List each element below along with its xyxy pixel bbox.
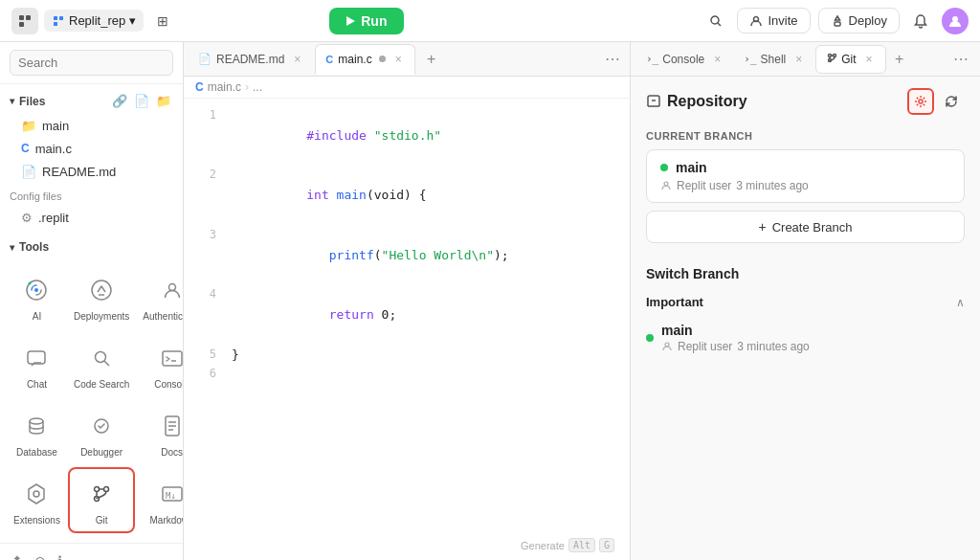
tool-code-search-label: Code Search bbox=[74, 379, 129, 390]
avatar[interactable] bbox=[942, 8, 969, 34]
files-section-label: Files bbox=[19, 95, 45, 108]
search-topbar-button[interactable] bbox=[702, 8, 729, 34]
deploy-label: Deploy bbox=[849, 13, 887, 28]
files-section-header[interactable]: ▾ Files 🔗 📄 📁 bbox=[0, 84, 183, 114]
repository-actions bbox=[907, 88, 965, 115]
shell-tab-icon: ›_ bbox=[744, 53, 756, 65]
database-icon bbox=[19, 409, 54, 443]
switch-branch-item-main: main Replit user 3 minutes ago bbox=[646, 315, 965, 361]
shell-tab-close[interactable]: × bbox=[792, 52, 805, 67]
switch-branch-section: Switch Branch Important ∧ main bbox=[631, 258, 980, 369]
folder-icon: 📁 bbox=[21, 119, 36, 133]
branch-meta: Replit user 3 minutes ago bbox=[660, 179, 950, 192]
tool-database[interactable]: Database bbox=[8, 399, 66, 465]
svg-line-18 bbox=[104, 361, 109, 366]
collapse-icon[interactable]: ⬍ bbox=[8, 549, 27, 560]
svg-point-6 bbox=[711, 16, 719, 24]
tool-git[interactable]: Git bbox=[68, 467, 135, 533]
link-icon[interactable]: 🔗 bbox=[110, 92, 129, 110]
console-tab-close[interactable]: × bbox=[711, 52, 724, 67]
project-selector[interactable]: Replit_rep ▾ bbox=[44, 10, 144, 32]
tool-extensions-label: Extensions bbox=[13, 515, 60, 526]
tool-authentication[interactable]: Authenticati... bbox=[137, 263, 184, 329]
tool-code-search[interactable]: Code Search bbox=[68, 331, 135, 397]
mainc-tab-modified bbox=[379, 56, 386, 62]
mainc-tab-close[interactable]: × bbox=[392, 52, 405, 67]
tab-console[interactable]: ›_ Console × bbox=[636, 45, 733, 74]
file-item-mainc[interactable]: C main.c ⋯ bbox=[4, 137, 179, 160]
run-button[interactable]: Run bbox=[329, 8, 404, 34]
breadcrumb-file[interactable]: main.c bbox=[208, 80, 241, 94]
tool-console[interactable]: Console bbox=[137, 331, 184, 397]
info-icon[interactable]: ℹ bbox=[54, 549, 66, 560]
tools-grid: AI Deployments bbox=[0, 258, 183, 539]
tool-chat[interactable]: Chat bbox=[8, 331, 66, 397]
important-label: Important bbox=[646, 295, 703, 309]
tool-database-label: Database bbox=[16, 447, 57, 458]
svg-point-14 bbox=[92, 280, 111, 300]
tool-deployments[interactable]: Deployments bbox=[68, 263, 135, 329]
topbar-right: Invite Deploy bbox=[702, 8, 969, 34]
tool-debugger-label: Debugger bbox=[80, 447, 122, 458]
important-section-header[interactable]: Important ∧ bbox=[646, 289, 965, 315]
editor-breadcrumb: C main.c › ... bbox=[184, 77, 630, 99]
history-icon[interactable]: ⊙ bbox=[31, 549, 50, 560]
svg-rect-3 bbox=[54, 16, 57, 20]
new-folder-icon[interactable]: 📁 bbox=[154, 92, 173, 110]
search-input[interactable] bbox=[10, 50, 173, 76]
generate-hint: Generate Alt G bbox=[521, 538, 614, 552]
tab-mainc[interactable]: C main.c × bbox=[315, 44, 414, 75]
tool-ai[interactable]: AI bbox=[8, 263, 66, 329]
mainc-tab-label: main.c bbox=[338, 53, 371, 66]
settings-button[interactable] bbox=[907, 88, 934, 115]
c-file-icon: C bbox=[21, 142, 30, 155]
file-item-readme[interactable]: 📄 README.md ⋯ bbox=[4, 160, 179, 183]
editor-tabs-more[interactable]: ⋯ bbox=[599, 50, 626, 68]
tool-debugger[interactable]: Debugger bbox=[68, 399, 135, 465]
tool-ai-label: AI bbox=[33, 311, 41, 322]
svg-point-38 bbox=[665, 343, 669, 347]
code-line-4: 4 return 0; bbox=[184, 285, 630, 345]
c-tab-icon: C bbox=[325, 54, 333, 65]
tool-docs[interactable]: Docs bbox=[137, 399, 184, 465]
chat-icon bbox=[19, 341, 54, 375]
console-icon bbox=[155, 341, 184, 375]
tool-chat-label: Chat bbox=[27, 379, 47, 390]
sidebar-bottom-expand: ⬍ ⊙ ℹ bbox=[8, 549, 66, 560]
tools-section-header[interactable]: ▾ Tools bbox=[0, 233, 183, 258]
authentication-icon bbox=[155, 273, 184, 307]
readme-tab-close[interactable]: × bbox=[291, 52, 303, 67]
tool-markdown[interactable]: M↓ Markdown bbox=[137, 467, 184, 533]
svg-point-17 bbox=[96, 352, 106, 363]
code-line-2: 2 int main(void) { bbox=[184, 166, 630, 225]
git-tab-icon bbox=[826, 52, 837, 66]
tab-readme[interactable]: 📄 README.md × bbox=[188, 44, 314, 75]
create-branch-button[interactable]: + Create Branch bbox=[646, 211, 965, 243]
chevron-down-icon: ▾ bbox=[10, 242, 14, 253]
code-editor[interactable]: 1 #include "stdio.h" 2 int main(void) { … bbox=[184, 99, 630, 560]
project-more-button[interactable]: ⊞ bbox=[149, 8, 176, 34]
notification-button[interactable] bbox=[907, 8, 934, 34]
deploy-button[interactable]: Deploy bbox=[818, 8, 900, 34]
tool-extensions[interactable]: Extensions bbox=[8, 467, 66, 533]
git-tab-label: Git bbox=[841, 53, 856, 66]
code-search-icon bbox=[84, 341, 119, 375]
code-line-1: 1 #include "stdio.h" bbox=[184, 106, 630, 166]
panel-tabs-more[interactable]: ⋯ bbox=[947, 50, 974, 68]
new-file-icon[interactable]: 📄 bbox=[132, 92, 151, 110]
add-tab-button[interactable]: + bbox=[418, 46, 445, 73]
tab-git[interactable]: Git × bbox=[815, 45, 885, 74]
svg-text:M↓: M↓ bbox=[166, 491, 176, 501]
app-logo[interactable] bbox=[11, 8, 38, 34]
invite-button[interactable]: Invite bbox=[737, 8, 810, 34]
switch-branch-label: Switch Branch bbox=[646, 266, 965, 281]
debugger-icon bbox=[84, 409, 119, 443]
git-icon bbox=[84, 477, 119, 511]
file-item-main[interactable]: 📁 main ⋯ bbox=[4, 114, 179, 137]
git-tab-close[interactable]: × bbox=[863, 52, 876, 67]
tab-shell[interactable]: ›_ Shell × bbox=[734, 45, 814, 74]
file-item-replit[interactable]: ⚙ .replit ⋯ bbox=[4, 206, 179, 229]
add-panel-tab-button[interactable]: + bbox=[887, 47, 912, 72]
chevron-up-icon: ∧ bbox=[956, 296, 965, 309]
refresh-button[interactable] bbox=[938, 88, 965, 115]
